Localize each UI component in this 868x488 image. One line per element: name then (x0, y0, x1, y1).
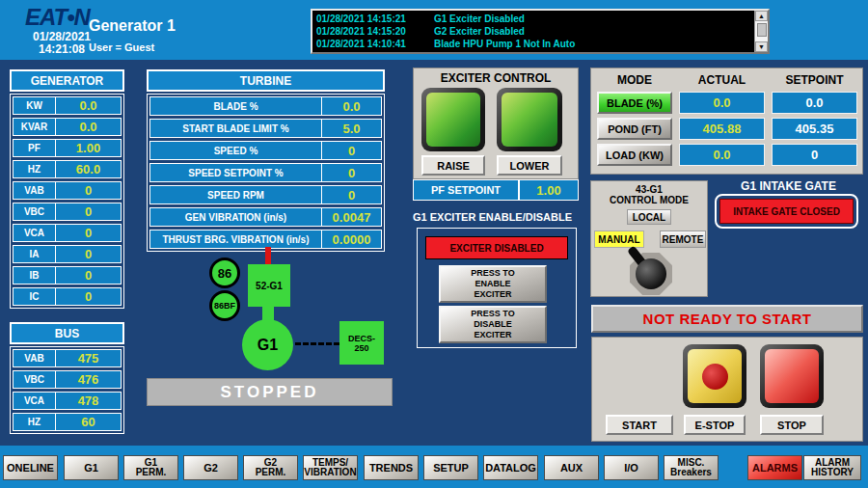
start-button[interactable]: START (606, 415, 673, 435)
pond-setpoint-value[interactable]: 405.35 (772, 118, 857, 140)
alarm-message: G1 Exciter Disabled (434, 13, 525, 25)
scroll-down-icon[interactable]: ▼ (755, 41, 768, 52)
mode-actual-setpoint-panel: MODE ACTUAL SETPOINT BLADE (%) 0.0 0.0 P… (590, 68, 863, 175)
estop-pushbutton[interactable] (683, 344, 746, 408)
alarm-message: G2 Exciter Disabled (434, 25, 525, 38)
manual-position-label: MANUAL (594, 230, 644, 248)
table-row: VAB0 (13, 181, 122, 200)
pf-setpoint-value[interactable]: 1.00 (518, 180, 578, 200)
alarm-banner: 01/28/2021 14:15:21 G1 Exciter Disabled … (311, 9, 770, 54)
table-row: HZ60 (13, 413, 122, 431)
table-row: IC0 (13, 287, 122, 306)
nav-g1-perm[interactable]: G1 PERM. (123, 455, 178, 480)
stop-pushbutton[interactable] (760, 344, 824, 408)
exciter-status-banner: EXCITER DISABLED (425, 236, 568, 259)
setpoint-header: SETPOINT (772, 72, 857, 88)
turbine-table: BLADE %0.0 START BLADE LIMIT %5.0 SPEED … (147, 94, 385, 252)
tripped-line-indicator (265, 247, 271, 265)
nav-setup[interactable]: SETUP (423, 455, 478, 480)
control-mode-title: 43-G1 CONTROL MODE (591, 184, 707, 205)
table-row: SPEED %0 (149, 141, 382, 160)
scroll-thumb[interactable] (757, 23, 767, 37)
nav-aux[interactable]: AUX (544, 455, 599, 480)
user-label: User = Guest (89, 41, 154, 53)
enable-exciter-button[interactable]: PRESS TO ENABLE EXCITER (439, 265, 547, 303)
nav-temps-vibration[interactable]: TEMPS/ VIBRATION (303, 455, 358, 480)
generator-g1-symbol[interactable]: G1 (242, 319, 293, 370)
table-row: VBC0 (13, 203, 122, 221)
local-position-label: LOCAL (627, 209, 671, 225)
control-mode-panel: 43-G1 CONTROL MODE LOCAL MANUAL REMOTE (590, 180, 708, 297)
blade-mode-button[interactable]: BLADE (%) (597, 92, 672, 114)
nav-bar: ONELINE G1 G1 PERM. G2 G2 PERM. TEMPS/ V… (0, 446, 868, 488)
alarm-timestamp: 01/28/2021 14:15:21 (316, 13, 434, 25)
bus-table: VAB475 VBC476 VCA478 HZ60 (10, 346, 124, 434)
nav-g1[interactable]: G1 (64, 455, 119, 480)
turbine-table-title: TURBINE (147, 69, 385, 92)
alarm-scrollbar[interactable]: ▲ ▼ (754, 11, 768, 52)
load-actual-value: 0.0 (679, 144, 765, 166)
nav-io[interactable]: I/O (604, 455, 659, 480)
alarm-row[interactable]: 01/28/2021 14:15:21 G1 Exciter Disabled (316, 13, 750, 25)
eaton-logo: EAT•N (25, 4, 90, 31)
nav-g2[interactable]: G2 (183, 455, 238, 480)
load-mode-button[interactable]: LOAD (KW) (597, 144, 672, 166)
breaker-52g1-symbol[interactable]: 52-G1 (248, 264, 290, 307)
table-row: KW0.0 (13, 96, 122, 115)
raise-pushbutton[interactable] (421, 88, 485, 151)
table-row: THRUST BRG. VIBRATION (in/s)0.0000 (149, 230, 382, 249)
alarm-timestamp: 01/28/2021 14:10:41 (316, 38, 434, 50)
header-bar: EAT•N 01/28/2021 14:21:08 Generator 1 Us… (0, 0, 868, 60)
ready-status-banner: NOT READY TO START (591, 305, 863, 333)
nav-oneline[interactable]: ONELINE (3, 455, 58, 480)
generator-table: KW0.0 KVAR0.0 PF1.00 HZ60.0 VAB0 VBC0 VC… (10, 94, 124, 309)
intake-gate-status-frame: INTAKE GATE CLOSED (715, 194, 858, 229)
unit-status-banner: STOPPED (147, 378, 393, 406)
table-row: GEN VIBRATION (in/s)0.0047 (149, 207, 382, 227)
table-row: BLADE %0.0 (149, 96, 382, 116)
selector-switch-knob[interactable] (636, 258, 666, 289)
relay-86bf-indicator[interactable]: 86BF (209, 290, 240, 321)
intake-gate-status: INTAKE GATE CLOSED (719, 199, 854, 224)
pond-mode-button[interactable]: POND (FT) (597, 118, 672, 140)
table-row: KVAR0.0 (13, 118, 122, 136)
table-row: SPEED SETPOINT %0 (149, 163, 382, 182)
blade-actual-value: 0.0 (679, 92, 765, 114)
table-row: PF1.00 (13, 139, 122, 157)
estop-button[interactable]: E-STOP (684, 415, 746, 435)
blade-setpoint-value[interactable]: 0.0 (772, 92, 857, 114)
alarm-row[interactable]: 01/28/2021 14:10:41 Blade HPU Pump 1 Not… (316, 38, 750, 50)
table-row: VCA0 (13, 224, 122, 242)
table-row: SPEED RPM0 (149, 185, 382, 204)
pf-setpoint-label: PF SETPOINT (414, 180, 518, 200)
bus-table-title: BUS (10, 322, 124, 344)
intake-gate-title: G1 INTAKE GATE (714, 179, 863, 193)
raise-button[interactable]: RAISE (421, 155, 485, 176)
lower-button[interactable]: LOWER (497, 155, 562, 176)
lower-pushbutton[interactable] (497, 88, 562, 151)
alarm-row[interactable]: 01/28/2021 14:15:20 G2 Exciter Disabled (316, 25, 750, 38)
decs-250-symbol[interactable]: DECS- 250 (339, 321, 384, 365)
table-row: IA0 (13, 245, 122, 263)
generator-table-title: GENERATOR (10, 69, 124, 92)
disable-exciter-button[interactable]: PRESS TO DISABLE EXCITER (439, 306, 547, 343)
estop-red-dot (702, 364, 728, 390)
start-stop-panel: START E-STOP STOP (591, 337, 863, 442)
alarm-list: 01/28/2021 14:15:21 G1 Exciter Disabled … (312, 11, 754, 52)
exciter-control-panel: EXCITER CONTROL RAISE LOWER (413, 68, 579, 179)
nav-trends[interactable]: TRENDS (364, 455, 419, 480)
table-row: HZ60.0 (13, 160, 122, 178)
pf-setpoint-row: PF SETPOINT 1.00 (413, 179, 579, 201)
stop-button[interactable]: STOP (760, 415, 824, 435)
table-row: VBC476 (13, 370, 122, 389)
scroll-up-icon[interactable]: ▲ (755, 11, 768, 21)
relay-86-indicator[interactable]: 86 (209, 258, 240, 288)
nav-misc-breakers[interactable]: MISC. Breakers (664, 455, 719, 480)
table-row: VCA478 (13, 392, 122, 410)
nav-alarms[interactable]: ALARMS (747, 455, 802, 480)
nav-alarm-history[interactable]: ALARM HISTORY (803, 455, 861, 480)
nav-datalog[interactable]: DATALOG (483, 455, 538, 480)
nav-g2-perm[interactable]: G2 PERM. (243, 455, 298, 480)
alarm-timestamp: 01/28/2021 14:15:20 (316, 25, 434, 38)
load-setpoint-value[interactable]: 0 (772, 144, 857, 166)
